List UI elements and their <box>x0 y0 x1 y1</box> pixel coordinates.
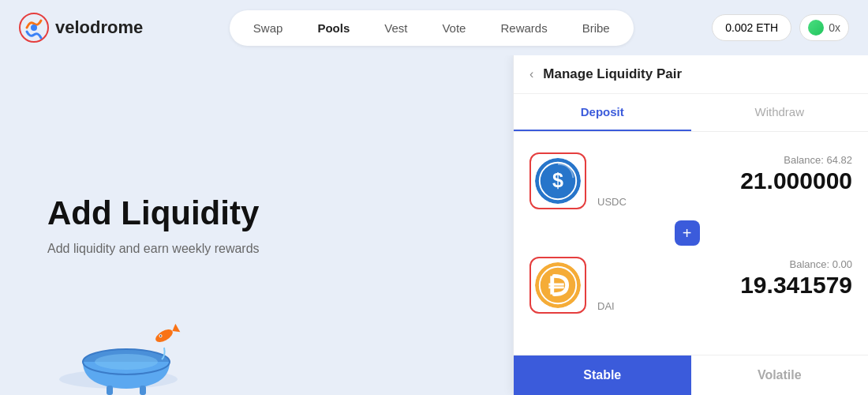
back-button[interactable]: ‹ <box>529 67 533 81</box>
logo-icon <box>19 13 49 43</box>
token1-icon-wrapper[interactable]: $ <box>529 152 586 209</box>
illustration <box>47 269 205 395</box>
logo: velodrome <box>19 13 143 43</box>
panel-tabs: Deposit Withdraw <box>514 94 868 132</box>
wallet-status-dot <box>808 20 824 36</box>
header: velodrome Swap Pools Vest Vote Rewards B… <box>0 0 868 55</box>
svg-point-6 <box>154 327 175 344</box>
token1-amount[interactable]: 21.000000 <box>597 169 852 193</box>
header-right: 0.002 ETH 0x <box>712 14 849 41</box>
eth-balance-button[interactable]: 0.002 ETH <box>712 14 791 41</box>
panel-header: ‹ Manage Liquidity Pair <box>514 55 868 94</box>
plus-button[interactable]: + <box>675 220 700 246</box>
svg-rect-11 <box>140 386 146 395</box>
token1-row: $ Balance: 64.82 21.000000 USDC <box>529 145 852 217</box>
token2-amount[interactable]: 19.341579 <box>597 273 852 297</box>
nav-vest[interactable]: Vest <box>369 15 423 41</box>
svg-text:$: $ <box>552 169 563 191</box>
right-panel: ‹ Manage Liquidity Pair Deposit Withdraw… <box>513 55 868 395</box>
token1-symbol: USDC <box>597 196 852 208</box>
nav: Swap Pools Vest Vote Rewards Bribe <box>174 10 688 46</box>
page-title: Add Liquidity <box>47 194 466 232</box>
nav-rewards[interactable]: Rewards <box>485 15 563 41</box>
wallet-button[interactable]: 0x <box>799 14 849 41</box>
svg-rect-10 <box>107 386 113 395</box>
token1-balance: Balance: 64.82 <box>597 154 852 166</box>
logo-text: velodrome <box>55 17 143 38</box>
token1-info: Balance: 64.82 21.000000 USDC <box>597 154 852 208</box>
volatile-button[interactable]: Volatile <box>691 356 869 395</box>
panel-title: Manage Liquidity Pair <box>543 66 682 82</box>
token2-info: Balance: 0.00 19.341579 DAI <box>597 258 852 312</box>
token2-balance: Balance: 0.00 <box>597 258 852 270</box>
svg-point-1 <box>31 24 37 31</box>
nav-vote[interactable]: Vote <box>426 15 481 41</box>
nav-bribe[interactable]: Bribe <box>567 15 626 41</box>
token-inputs: $ Balance: 64.82 21.000000 USDC + <box>514 132 868 355</box>
wallet-address: 0x <box>829 21 840 34</box>
stable-button[interactable]: Stable <box>514 356 691 395</box>
svg-point-5 <box>95 354 158 370</box>
token2-icon-wrapper[interactable] <box>529 257 586 314</box>
usdc-icon: $ <box>535 158 581 204</box>
pair-type-buttons: Stable Volatile <box>514 355 868 395</box>
nav-pools[interactable]: Pools <box>301 15 365 41</box>
nav-swap[interactable]: Swap <box>238 15 299 41</box>
token2-row: Balance: 0.00 19.341579 DAI <box>529 249 852 322</box>
nav-inner: Swap Pools Vest Vote Rewards Bribe <box>230 10 634 46</box>
tab-withdraw[interactable]: Withdraw <box>691 94 869 131</box>
page-subtitle: Add liquidity and earn weekly rewards <box>47 242 466 256</box>
left-panel: Add Liquidity Add liquidity and earn wee… <box>0 55 513 395</box>
tab-deposit[interactable]: Deposit <box>514 94 691 131</box>
token2-symbol: DAI <box>597 300 852 312</box>
main: Add Liquidity Add liquidity and earn wee… <box>0 55 868 395</box>
dai-icon <box>535 262 581 308</box>
